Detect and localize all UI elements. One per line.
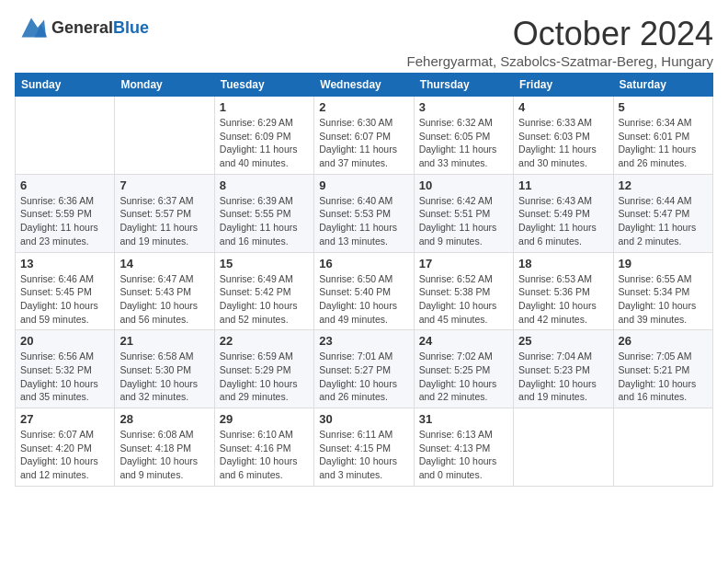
day-detail: Sunrise: 6:30 AM Sunset: 6:07 PM Dayligh… xyxy=(319,116,408,170)
day-detail: Sunrise: 6:47 AM Sunset: 5:43 PM Dayligh… xyxy=(119,272,209,327)
day-detail: Sunrise: 6:13 AM Sunset: 4:13 PM Dayligh… xyxy=(419,428,508,482)
table-row: 22Sunrise: 6:59 AM Sunset: 5:29 PM Dayli… xyxy=(214,330,313,408)
table-row: 10Sunrise: 6:42 AM Sunset: 5:51 PM Dayli… xyxy=(414,174,513,252)
table-row: 11Sunrise: 6:43 AM Sunset: 5:49 PM Dayli… xyxy=(514,174,613,252)
day-detail: Sunrise: 6:37 AM Sunset: 5:57 PM Dayligh… xyxy=(119,194,209,248)
table-row: 17Sunrise: 6:52 AM Sunset: 5:38 PM Dayli… xyxy=(414,252,513,330)
day-number: 6 xyxy=(20,178,109,192)
table-row: 27Sunrise: 6:07 AM Sunset: 4:20 PM Dayli… xyxy=(16,408,115,487)
day-detail: Sunrise: 6:49 AM Sunset: 5:42 PM Dayligh… xyxy=(220,272,309,327)
day-number: 21 xyxy=(119,334,209,348)
table-row: 15Sunrise: 6:49 AM Sunset: 5:42 PM Dayli… xyxy=(214,252,313,330)
day-number: 22 xyxy=(220,334,309,348)
table-row: 2Sunrise: 6:30 AM Sunset: 6:07 PM Daylig… xyxy=(314,97,414,175)
day-detail: Sunrise: 6:11 AM Sunset: 4:15 PM Dayligh… xyxy=(319,428,408,482)
day-number: 8 xyxy=(220,178,309,192)
day-detail: Sunrise: 7:01 AM Sunset: 5:27 PM Dayligh… xyxy=(319,350,408,404)
day-detail: Sunrise: 6:39 AM Sunset: 5:55 PM Dayligh… xyxy=(220,194,309,248)
weekday-header-row: Sunday Monday Tuesday Wednesday Thursday… xyxy=(16,74,713,97)
header-thursday: Thursday xyxy=(414,74,513,97)
table-row: 12Sunrise: 6:44 AM Sunset: 5:47 PM Dayli… xyxy=(613,174,712,252)
day-number: 5 xyxy=(619,100,708,114)
day-detail: Sunrise: 6:40 AM Sunset: 5:53 PM Dayligh… xyxy=(319,194,408,248)
week-row-2: 13Sunrise: 6:46 AM Sunset: 5:45 PM Dayli… xyxy=(16,252,713,330)
week-row-0: 1Sunrise: 6:29 AM Sunset: 6:09 PM Daylig… xyxy=(16,97,713,175)
location-title: Fehergyarmat, Szabolcs-Szatmar-Bereg, Hu… xyxy=(407,53,713,69)
table-row: 1Sunrise: 6:29 AM Sunset: 6:09 PM Daylig… xyxy=(214,97,313,175)
table-row xyxy=(514,408,613,487)
table-row: 9Sunrise: 6:40 AM Sunset: 5:53 PM Daylig… xyxy=(314,174,414,252)
week-row-4: 27Sunrise: 6:07 AM Sunset: 4:20 PM Dayli… xyxy=(16,408,713,487)
week-row-1: 6Sunrise: 6:36 AM Sunset: 5:59 PM Daylig… xyxy=(16,174,713,252)
table-row: 30Sunrise: 6:11 AM Sunset: 4:15 PM Dayli… xyxy=(314,408,414,487)
table-row: 18Sunrise: 6:53 AM Sunset: 5:36 PM Dayli… xyxy=(514,252,613,330)
table-row: 3Sunrise: 6:32 AM Sunset: 6:05 PM Daylig… xyxy=(414,97,513,175)
header-sunday: Sunday xyxy=(16,74,115,97)
table-row: 4Sunrise: 6:33 AM Sunset: 6:03 PM Daylig… xyxy=(514,97,613,175)
day-number: 29 xyxy=(220,412,309,426)
day-number: 28 xyxy=(119,412,209,426)
table-row: 20Sunrise: 6:56 AM Sunset: 5:32 PM Dayli… xyxy=(16,330,115,408)
table-row: 31Sunrise: 6:13 AM Sunset: 4:13 PM Dayli… xyxy=(414,408,513,487)
table-row: 23Sunrise: 7:01 AM Sunset: 5:27 PM Dayli… xyxy=(314,330,414,408)
calendar-table: Sunday Monday Tuesday Wednesday Thursday… xyxy=(15,73,713,487)
table-row: 29Sunrise: 6:10 AM Sunset: 4:16 PM Dayli… xyxy=(214,408,313,487)
table-row: 5Sunrise: 6:34 AM Sunset: 6:01 PM Daylig… xyxy=(613,97,712,175)
title-section: October 2024 Fehergyarmat, Szabolcs-Szat… xyxy=(407,15,713,69)
day-detail: Sunrise: 6:08 AM Sunset: 4:18 PM Dayligh… xyxy=(119,428,209,482)
logo-icon xyxy=(15,15,48,40)
table-row: 13Sunrise: 6:46 AM Sunset: 5:45 PM Dayli… xyxy=(16,252,115,330)
day-detail: Sunrise: 6:58 AM Sunset: 5:30 PM Dayligh… xyxy=(119,350,209,404)
day-detail: Sunrise: 6:55 AM Sunset: 5:34 PM Dayligh… xyxy=(619,272,708,327)
day-number: 2 xyxy=(319,100,408,114)
day-detail: Sunrise: 7:04 AM Sunset: 5:23 PM Dayligh… xyxy=(518,350,608,404)
day-number: 19 xyxy=(619,257,708,270)
day-number: 18 xyxy=(518,257,608,270)
header-tuesday: Tuesday xyxy=(214,74,313,97)
day-number: 1 xyxy=(220,100,309,114)
table-row: 14Sunrise: 6:47 AM Sunset: 5:43 PM Dayli… xyxy=(115,252,214,330)
day-detail: Sunrise: 6:46 AM Sunset: 5:45 PM Dayligh… xyxy=(20,272,109,327)
day-number: 9 xyxy=(319,178,408,192)
header-friday: Friday xyxy=(514,74,613,97)
logo-general: General xyxy=(51,18,113,37)
day-detail: Sunrise: 6:59 AM Sunset: 5:29 PM Dayligh… xyxy=(220,350,309,404)
header-saturday: Saturday xyxy=(613,74,712,97)
table-row: 7Sunrise: 6:37 AM Sunset: 5:57 PM Daylig… xyxy=(115,174,214,252)
day-number: 26 xyxy=(619,334,708,348)
day-detail: Sunrise: 6:52 AM Sunset: 5:38 PM Dayligh… xyxy=(419,272,508,327)
table-row: 6Sunrise: 6:36 AM Sunset: 5:59 PM Daylig… xyxy=(16,174,115,252)
day-number: 15 xyxy=(220,257,309,270)
table-row: 8Sunrise: 6:39 AM Sunset: 5:55 PM Daylig… xyxy=(214,174,313,252)
table-row: 21Sunrise: 6:58 AM Sunset: 5:30 PM Dayli… xyxy=(115,330,214,408)
day-number: 24 xyxy=(419,334,508,348)
day-detail: Sunrise: 6:43 AM Sunset: 5:49 PM Dayligh… xyxy=(518,194,608,248)
table-row: 24Sunrise: 7:02 AM Sunset: 5:25 PM Dayli… xyxy=(414,330,513,408)
day-detail: Sunrise: 6:56 AM Sunset: 5:32 PM Dayligh… xyxy=(20,350,109,404)
day-detail: Sunrise: 6:42 AM Sunset: 5:51 PM Dayligh… xyxy=(419,194,508,248)
day-number: 4 xyxy=(518,100,608,114)
table-row: 26Sunrise: 7:05 AM Sunset: 5:21 PM Dayli… xyxy=(613,330,712,408)
week-row-3: 20Sunrise: 6:56 AM Sunset: 5:32 PM Dayli… xyxy=(16,330,713,408)
table-row: 19Sunrise: 6:55 AM Sunset: 5:34 PM Dayli… xyxy=(613,252,712,330)
day-number: 25 xyxy=(518,334,608,348)
day-detail: Sunrise: 6:53 AM Sunset: 5:36 PM Dayligh… xyxy=(518,272,608,327)
header-monday: Monday xyxy=(115,74,214,97)
day-number: 16 xyxy=(319,257,408,270)
day-number: 20 xyxy=(20,334,109,348)
day-number: 10 xyxy=(419,178,508,192)
day-number: 13 xyxy=(20,257,109,270)
day-number: 14 xyxy=(119,257,209,270)
day-detail: Sunrise: 6:50 AM Sunset: 5:40 PM Dayligh… xyxy=(319,272,408,327)
day-detail: Sunrise: 6:32 AM Sunset: 6:05 PM Dayligh… xyxy=(419,116,508,170)
day-detail: Sunrise: 6:33 AM Sunset: 6:03 PM Dayligh… xyxy=(518,116,608,170)
table-row: 28Sunrise: 6:08 AM Sunset: 4:18 PM Dayli… xyxy=(115,408,214,487)
day-number: 30 xyxy=(319,412,408,426)
day-detail: Sunrise: 6:10 AM Sunset: 4:16 PM Dayligh… xyxy=(220,428,309,482)
table-row xyxy=(115,97,214,175)
day-detail: Sunrise: 7:05 AM Sunset: 5:21 PM Dayligh… xyxy=(619,350,708,404)
page-header: GeneralBlue October 2024 Fehergyarmat, S… xyxy=(15,15,713,69)
header-wednesday: Wednesday xyxy=(314,74,414,97)
table-row: 25Sunrise: 7:04 AM Sunset: 5:23 PM Dayli… xyxy=(514,330,613,408)
day-number: 11 xyxy=(518,178,608,192)
